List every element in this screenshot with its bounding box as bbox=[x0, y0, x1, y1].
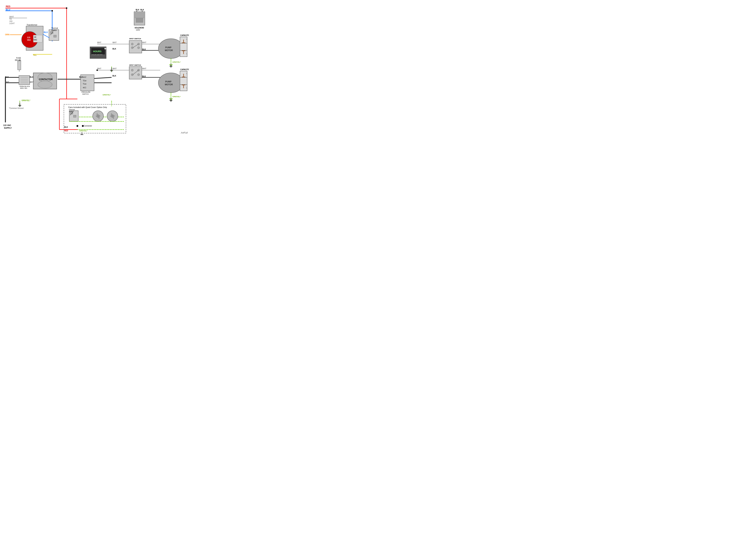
blk-wire-5-label: BLK bbox=[112, 75, 116, 77]
svg-point-123 bbox=[76, 125, 78, 127]
blk-solenoid-1-label: BLK bbox=[136, 9, 140, 11]
pump-motor-2-label: PUMP bbox=[165, 80, 172, 83]
svg-text:VAC: VAC bbox=[27, 39, 31, 41]
svg-point-68 bbox=[131, 43, 133, 45]
svg-point-154 bbox=[96, 69, 98, 71]
svg-rect-41 bbox=[54, 35, 56, 37]
solenoid-label: SOLENOID bbox=[135, 27, 144, 29]
blk-wire-7-label: BLK bbox=[142, 75, 146, 77]
pump-motor-1-label: PUMP bbox=[165, 46, 172, 49]
svg-text:24V: 24V bbox=[9, 20, 13, 22]
svg-point-56 bbox=[38, 81, 52, 88]
wht-wire-9-label: WHT bbox=[142, 68, 146, 69]
svg-text:Switch: Switch bbox=[51, 29, 57, 31]
pressure-switch-label: PRESSURE bbox=[81, 91, 90, 93]
fuse-label: FUSE bbox=[16, 57, 21, 59]
svg-text:SUPPLY: SUPPLY bbox=[4, 127, 12, 129]
wht-wire-label: WHT bbox=[9, 16, 14, 18]
hour-meter-label: HOUR METER bbox=[92, 54, 103, 56]
v115vac-supply-label: 115 VAC bbox=[3, 124, 11, 126]
fans-section-label: Fans Included with Quiet Cover Option On… bbox=[68, 106, 107, 108]
svg-rect-110 bbox=[135, 13, 144, 18]
contactor-label: CONTACTOR bbox=[39, 78, 53, 80]
connector-label: Connector bbox=[84, 125, 92, 127]
blk-wire-4-label: BLK bbox=[112, 48, 116, 50]
blk-wire-2-label: BLK bbox=[30, 76, 34, 78]
svg-rect-111 bbox=[136, 18, 143, 23]
svg-point-152 bbox=[66, 7, 67, 9]
svg-text:MOTOR: MOTOR bbox=[165, 83, 173, 86]
wht-wire-3-label: WHT bbox=[30, 81, 34, 83]
grnyel-1-label: GRN/YEL* bbox=[22, 99, 30, 101]
wht-wire-7-label: WHT bbox=[112, 68, 117, 69]
blk-fan-label: BLK bbox=[64, 126, 68, 128]
svg-point-71 bbox=[138, 47, 140, 49]
grnyel-motor1-label: GRN/YEL* bbox=[173, 61, 181, 63]
svg-text:SWITCH: SWITCH bbox=[82, 93, 89, 95]
grnyel-fan-label: GRN/YEL* bbox=[79, 130, 87, 132]
svg-rect-67 bbox=[129, 41, 142, 53]
blk-wire-1-label: BLK bbox=[5, 76, 9, 78]
svg-text:LIGHT: LIGHT bbox=[9, 23, 15, 25]
vac115-label: 115 bbox=[27, 36, 30, 39]
wiring-diagram: 115 VAC 24 VAC Transformer Thermal Switc… bbox=[0, 0, 189, 135]
capacitor-2-label: CAPACITOR bbox=[180, 68, 189, 70]
thermal-switch-1-label: Thermal bbox=[51, 27, 58, 29]
thermal-switch-2-label: Thermal bbox=[69, 109, 75, 110]
svg-text:300 mA: 300 mA bbox=[15, 59, 21, 61]
svg-point-66 bbox=[104, 48, 106, 50]
wht-wire-6-label: WHT bbox=[112, 42, 117, 44]
grnyel-motor2-label: GRN/YEL* bbox=[173, 95, 181, 97]
svg-point-124 bbox=[82, 125, 84, 127]
svg-point-74 bbox=[131, 69, 133, 71]
wht-wire-5-label: WHT bbox=[97, 68, 101, 69]
svg-text:T2⊘: T2⊘ bbox=[83, 80, 86, 82]
svg-line-133 bbox=[43, 34, 49, 38]
common-ground-label: *Common Ground bbox=[9, 107, 24, 109]
capacitor-1-label: CAPACITOR bbox=[180, 34, 189, 36]
svg-rect-44 bbox=[18, 61, 21, 70]
to-label: TO bbox=[9, 18, 12, 20]
watermark: ArtFull bbox=[181, 131, 188, 134]
svg-rect-116 bbox=[73, 115, 76, 117]
wht-wire-8-label: WHT bbox=[142, 42, 146, 44]
spdt-switch-1-label: SPDT SWITCH bbox=[129, 38, 141, 40]
svg-text:115V: 115V bbox=[136, 29, 140, 31]
svg-point-153 bbox=[52, 10, 53, 12]
svg-text:VAC: VAC bbox=[34, 39, 37, 41]
svg-text:T1⊘: T1⊘ bbox=[83, 83, 86, 85]
wht-wire-2-label: WHT bbox=[5, 81, 9, 83]
transformer-label: Transformer bbox=[27, 24, 38, 26]
blu-wire-trans-label: BLU bbox=[44, 31, 48, 33]
blk-wire-6-label: BLK bbox=[142, 49, 146, 51]
svg-text:MOTOR: MOTOR bbox=[165, 49, 173, 52]
svg-text:⊘L2: ⊘L2 bbox=[83, 76, 86, 78]
grnyel-pressure-label: GRN/YEL* bbox=[103, 94, 111, 96]
blu-wire-top-label: BLU bbox=[6, 8, 10, 11]
spdt-switch-2-label: SPDT SWITCH bbox=[129, 64, 141, 66]
term-block-label: TERM BLOCK bbox=[19, 85, 30, 87]
svg-rect-73 bbox=[129, 67, 142, 79]
svg-rect-48 bbox=[19, 75, 30, 84]
blk-solenoid-2-label: BLK bbox=[140, 9, 144, 11]
blk-wire-3-label: BLK bbox=[79, 76, 83, 78]
svg-text:24: 24 bbox=[34, 36, 36, 38]
svg-point-77 bbox=[138, 73, 140, 76]
svg-text:⊘L1: ⊘L1 bbox=[83, 86, 86, 88]
orn-wire-label: ORN bbox=[5, 34, 10, 36]
wht-wire-4-label: WHT bbox=[97, 42, 101, 44]
svg-text:600V 30A: 600V 30A bbox=[20, 87, 27, 89]
red-fan-label: RED bbox=[64, 130, 68, 132]
red-wire-label: RED bbox=[6, 5, 10, 8]
svg-text:Switch: Switch bbox=[69, 110, 74, 112]
svg-text:HOURS: HOURS bbox=[93, 50, 101, 53]
